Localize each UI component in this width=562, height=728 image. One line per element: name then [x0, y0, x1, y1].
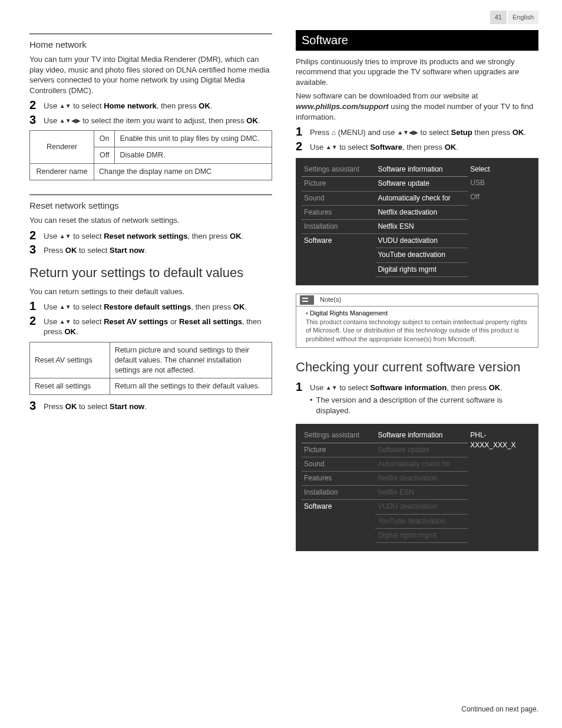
up-down-icon: ▲▼ [59, 304, 71, 310]
tv-menu-screenshot-2: Settings assistant Picture Sound Feature… [296, 424, 538, 551]
nav-arrows-icon: ▲▼◀▶ [59, 117, 81, 124]
up-down-icon: ▲▼ [59, 318, 71, 325]
check-ver-step-1: 1 Use ▲▼ to select Software information,… [296, 381, 538, 419]
reset-network-intro: You can reset the status of network sett… [29, 215, 272, 226]
home-icon: ⌂ [332, 129, 336, 137]
return-defaults-intro: You can return settings to their default… [29, 286, 272, 297]
right-column: Software Philips continuously tries to i… [296, 30, 538, 714]
reset-net-step-2: 2 Use ▲▼ to select Reset network setting… [29, 229, 272, 242]
home-net-step-3: 3 Use ▲▼◀▶ to select the item you want t… [29, 114, 272, 126]
up-down-icon: ▲▼ [326, 144, 338, 150]
software-step-1: 1 Press ⌂ (MENU) and use ▲▼◀▶ to select … [296, 126, 538, 138]
reset-settings-table: Reset AV settings Return picture and sou… [29, 342, 272, 396]
software-download: New software can be downloaded from our … [296, 91, 538, 122]
table-cell: Enable this unit to play files by using … [115, 131, 272, 147]
home-network-intro: You can turn your TV into Digital Media … [29, 54, 272, 95]
home-network-heading: Home network [29, 39, 272, 51]
check-version-heading: Checking your current software version [296, 358, 538, 376]
return-def-step-3: 3 Press OK to select Start now. [29, 400, 272, 412]
software-heading: Software [296, 30, 538, 51]
left-column: Home network You can turn your TV into D… [29, 30, 272, 714]
nav-arrows-icon: ▲▼◀▶ [397, 129, 418, 136]
reset-network-heading: Reset network settings [29, 200, 272, 212]
continued-footer: Continued on next page. [296, 704, 538, 714]
return-defaults-heading: Return your settings to default values [29, 264, 272, 282]
note-label: Note(s) [320, 295, 341, 304]
table-cell: Change the display name on DMC [94, 164, 272, 180]
table-cell: Disable DMR. [115, 147, 272, 164]
page-header: 41English [29, 11, 538, 24]
renderer-table: Renderer On Enable this unit to play fil… [29, 130, 272, 180]
table-cell: Renderer [30, 131, 94, 164]
notes-box: Note(s) • Digital Rights Management This… [296, 294, 538, 348]
table-cell: Reset all settings [30, 378, 110, 395]
table-cell: On [94, 131, 115, 147]
software-intro: Philips continuously tries to improve it… [296, 57, 538, 88]
return-def-step-1: 1 Use ▲▼ to select Restore default setti… [29, 300, 272, 312]
up-down-icon: ▲▼ [59, 233, 71, 239]
page-language: English [508, 11, 538, 24]
table-cell: Renderer name [30, 164, 94, 180]
up-down-icon: ▲▼ [326, 384, 338, 391]
up-down-icon: ▲▼ [59, 103, 71, 109]
software-step-2: 2 Use ▲▼ to select Software, then press … [296, 140, 538, 153]
note-icon [300, 295, 314, 305]
table-cell: Off [94, 147, 115, 164]
tv-menu-screenshot-1: Settings assistant Picture Sound Feature… [296, 158, 538, 285]
home-net-step-2: 2 Use ▲▼ to select Home network, then pr… [29, 99, 272, 111]
table-cell: Reset AV settings [30, 342, 110, 378]
page-number: 41 [490, 11, 507, 24]
table-cell: Return all the settings to their default… [110, 378, 272, 395]
return-def-step-2: 2 Use ▲▼ to select Reset AV settings or … [29, 315, 272, 337]
table-cell: Return picture and sound settings to the… [110, 342, 272, 378]
reset-net-step-3: 3 Press OK to select Start now. [29, 243, 272, 256]
